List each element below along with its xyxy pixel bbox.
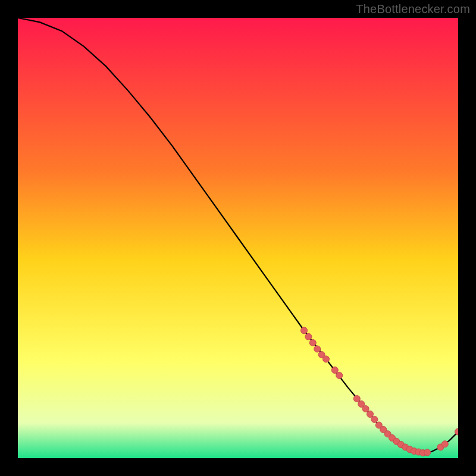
plot-area (18, 18, 458, 458)
data-marker (309, 340, 316, 346)
data-marker (441, 441, 448, 447)
data-marker (323, 356, 330, 362)
data-marker (305, 333, 312, 340)
data-marker (353, 396, 360, 402)
watermark-label: TheBottlenecker.com (356, 2, 470, 16)
data-marker (314, 346, 321, 352)
data-marker (301, 327, 308, 334)
data-marker (336, 372, 343, 378)
data-marker (331, 367, 338, 374)
chart-svg (18, 18, 458, 458)
data-marker (367, 411, 374, 418)
chart-container: TheBottlenecker.com (0, 0, 476, 476)
data-marker (371, 416, 378, 422)
data-marker (424, 449, 431, 456)
data-marker (362, 406, 369, 412)
